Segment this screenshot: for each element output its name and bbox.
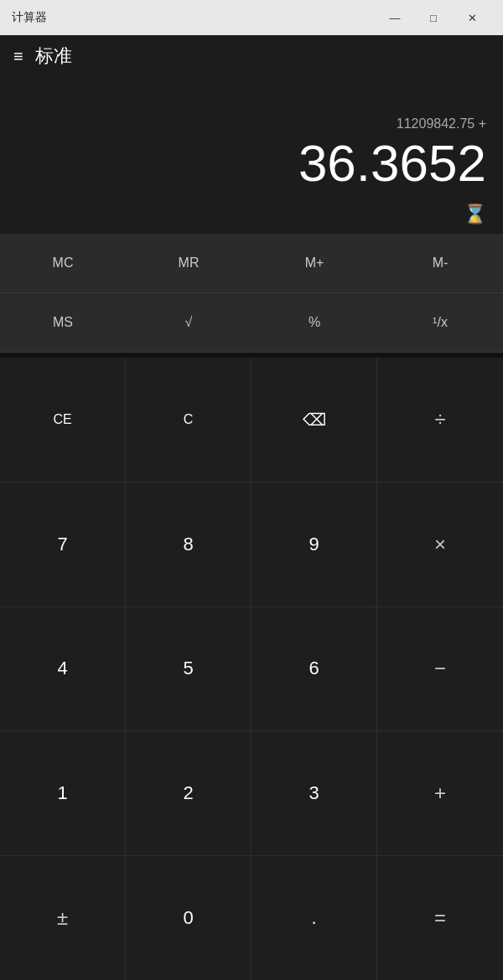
- history-icon-row: ⌛: [0, 199, 503, 234]
- multiply-button[interactable]: ×: [377, 482, 503, 606]
- mminus-button[interactable]: M-: [377, 234, 503, 292]
- keypad-row-5: ±0.=: [0, 856, 503, 980]
- five-button[interactable]: 5: [126, 607, 252, 731]
- reciprocal-button[interactable]: ¹/x: [377, 293, 503, 352]
- percent-button[interactable]: %: [252, 293, 377, 352]
- minus-button[interactable]: −: [377, 607, 503, 731]
- zero-button[interactable]: 0: [126, 856, 252, 980]
- equals-button[interactable]: =: [377, 856, 503, 980]
- mc-button[interactable]: MC: [0, 234, 126, 292]
- backspace-button[interactable]: ⌫: [252, 358, 377, 482]
- mode-label: 标准: [35, 44, 72, 69]
- maximize-button[interactable]: □: [414, 4, 453, 31]
- keypad-row-2: 789×: [0, 482, 503, 607]
- two-button[interactable]: 2: [126, 731, 252, 855]
- menu-icon[interactable]: ≡: [13, 47, 23, 66]
- minimize-button[interactable]: —: [376, 4, 414, 31]
- main-display: 36.3652: [298, 135, 486, 192]
- keypad: CEC⌫÷789×456−123+±0.=: [0, 358, 503, 980]
- ms-button[interactable]: MS: [0, 293, 126, 352]
- window-title: 计算器: [12, 10, 376, 25]
- sqrt-button[interactable]: √: [126, 293, 252, 352]
- keypad-row-3: 456−: [0, 607, 503, 732]
- three-button[interactable]: 3: [252, 731, 377, 855]
- memory-row-1: MCMRM+M-: [0, 234, 503, 293]
- eight-button[interactable]: 8: [126, 482, 252, 606]
- calc-header: ≡ 标准: [0, 35, 503, 69]
- four-button[interactable]: 4: [0, 607, 126, 731]
- nine-button[interactable]: 9: [252, 482, 377, 606]
- dot-button[interactable]: .: [252, 856, 377, 980]
- keypad-row-4: 123+: [0, 731, 503, 856]
- history-icon[interactable]: ⌛: [464, 204, 486, 225]
- close-button[interactable]: ✕: [453, 4, 491, 31]
- title-bar: 计算器 — □ ✕: [0, 0, 503, 35]
- c-button[interactable]: C: [126, 358, 252, 482]
- window-controls: — □ ✕: [376, 4, 491, 31]
- calculator-window: ≡ 标准 11209842.75 + 36.3652 ⌛ MCMRM+M- MS…: [0, 35, 503, 980]
- plus-button[interactable]: +: [377, 731, 503, 855]
- mr-button[interactable]: MR: [126, 234, 252, 292]
- display-area: 11209842.75 + 36.3652: [0, 69, 503, 199]
- keypad-row-1: CEC⌫÷: [0, 358, 503, 482]
- memory-area: MCMRM+M- MS√%¹/x: [0, 234, 503, 353]
- six-button[interactable]: 6: [252, 607, 377, 731]
- ce-button[interactable]: CE: [0, 358, 126, 482]
- expression-display: 11209842.75 +: [397, 116, 486, 132]
- memory-row-2: MS√%¹/x: [0, 293, 503, 353]
- divide-button[interactable]: ÷: [377, 358, 503, 482]
- seven-button[interactable]: 7: [0, 482, 126, 606]
- sign-button[interactable]: ±: [0, 856, 126, 980]
- one-button[interactable]: 1: [0, 731, 126, 855]
- mplus-button[interactable]: M+: [252, 234, 377, 292]
